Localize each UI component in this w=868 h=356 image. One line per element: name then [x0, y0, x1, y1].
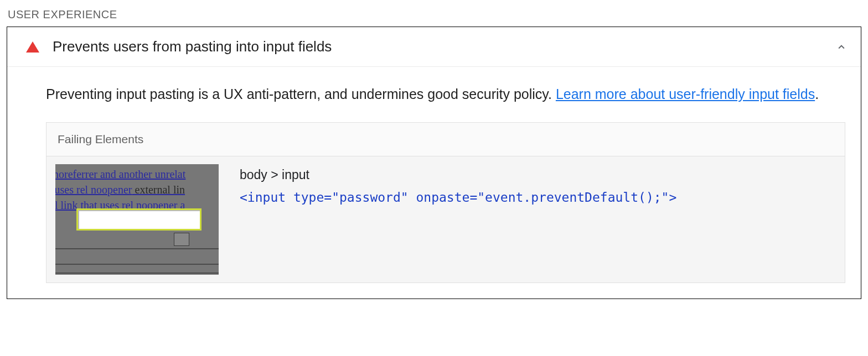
failing-elements-block: Failing Elements noreferrer and another …: [46, 122, 845, 283]
thumb-line-2: t uses rel noopener external lin: [55, 182, 185, 197]
highlighted-input-box: [76, 208, 202, 231]
audit-card: Prevents users from pasting into input f…: [7, 27, 861, 299]
element-code-snippet: <input type="password" onpaste="event.pr…: [240, 190, 836, 205]
chevron-up-icon: [835, 41, 848, 53]
audit-body: Preventing input pasting is a UX anti-pa…: [7, 67, 861, 299]
element-selector-path: body > input: [240, 167, 836, 182]
thumb-line-1: noreferrer and another unrelat: [55, 166, 185, 182]
section-label: USER EXPERIENCE: [8, 8, 861, 21]
warning-triangle-icon: [26, 41, 39, 53]
audit-title: Prevents users from pasting into input f…: [53, 38, 835, 55]
audit-description: Preventing input pasting is a UX anti-pa…: [46, 81, 845, 107]
audit-header[interactable]: Prevents users from pasting into input f…: [7, 27, 861, 67]
failing-elements-header: Failing Elements: [46, 123, 845, 156]
failing-elements-body: noreferrer and another unrelat t uses re…: [46, 156, 845, 282]
learn-more-link[interactable]: Learn more about user-friendly input fie…: [556, 86, 815, 102]
failing-element-detail: body > input <input type="password" onpa…: [240, 164, 836, 205]
audit-description-period: .: [815, 86, 819, 102]
audit-description-text: Preventing input pasting is a UX anti-pa…: [46, 86, 556, 102]
broken-image-icon: [174, 233, 189, 246]
element-screenshot-thumbnail: noreferrer and another unrelat t uses re…: [55, 164, 219, 275]
